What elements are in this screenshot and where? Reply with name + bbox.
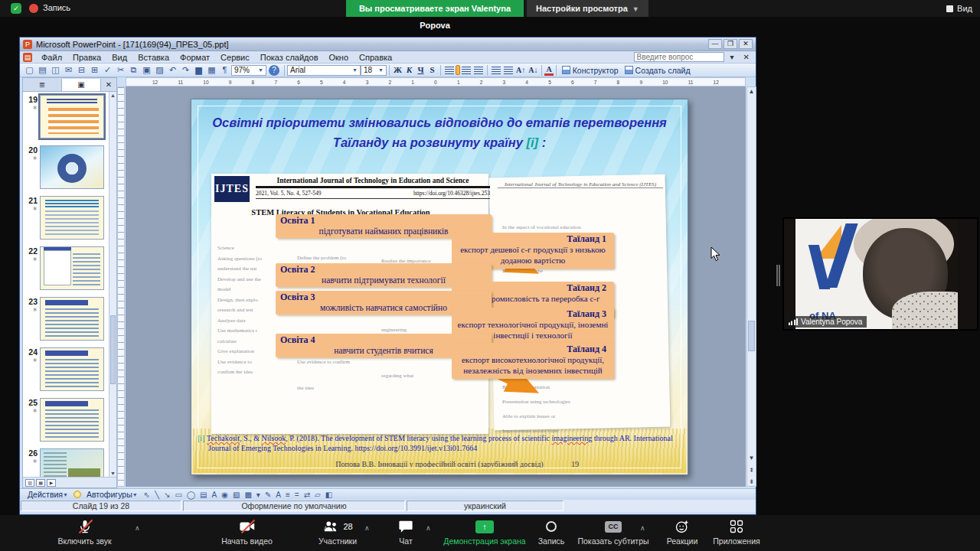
video-drag-handle[interactable] <box>776 265 780 286</box>
scrollbar-thumb[interactable] <box>748 321 755 351</box>
new-slide-button[interactable]: Создать слайд <box>622 64 694 77</box>
menu-item[interactable]: Показ слайдов <box>255 53 324 62</box>
line-color-icon[interactable]: ✎ <box>264 491 272 499</box>
previous-slide-icon[interactable]: ⇞ <box>747 467 756 474</box>
next-slide-icon[interactable]: ⇟ <box>747 478 756 485</box>
slide-preview[interactable] <box>40 398 104 442</box>
slide-preview[interactable] <box>40 196 104 240</box>
chat-button[interactable]: Чат <box>387 519 424 546</box>
text-box-icon[interactable]: ▤ <box>199 491 207 499</box>
editing-canvas[interactable]: Освітні пріоритети змінювались відповідн… <box>126 86 746 487</box>
zoom-select[interactable]: 97%▼ <box>231 65 266 76</box>
slide-preview[interactable] <box>40 145 104 189</box>
cut-icon[interactable]: ✂ <box>115 64 126 76</box>
slide-thumbnail[interactable]: 22∗ <box>24 246 116 290</box>
chart-icon[interactable]: ▆ <box>193 64 204 76</box>
font-color-button[interactable]: А <box>544 65 553 76</box>
slides-tab[interactable]: ▣ <box>62 79 101 91</box>
new-icon[interactable]: ▢ <box>24 64 35 76</box>
share-screen-button[interactable]: ↑ Демонстрация экрана <box>438 519 531 546</box>
underline-button[interactable]: Ч <box>415 64 426 76</box>
vertical-ruler[interactable] <box>117 86 125 487</box>
designer-button[interactable]: Конструктор <box>559 64 622 77</box>
record-button[interactable]: Запись <box>528 519 574 546</box>
slide-thumbnail[interactable]: 23∗ <box>24 297 116 341</box>
slide-preview[interactable] <box>40 448 104 477</box>
increase-font-button[interactable]: А↑ <box>514 66 527 74</box>
chevron-down-icon[interactable]: ▾ <box>727 53 737 61</box>
menu-item[interactable]: Правка <box>67 53 106 62</box>
close-panel-icon[interactable]: ✕ <box>101 80 116 89</box>
menu-item[interactable]: Окно <box>324 53 354 62</box>
align-right-button[interactable] <box>462 67 471 74</box>
undo-icon[interactable]: ↶ <box>167 64 178 76</box>
panel-scrollbar[interactable]: ▲ ▼ <box>109 92 116 477</box>
italic-button[interactable]: К <box>403 64 415 76</box>
close-document-icon[interactable]: ✕ <box>740 53 753 61</box>
canvas-scrollbar[interactable]: ▲ ▼ ⇞ ⇟ <box>746 86 756 487</box>
slide-title[interactable]: Освітні пріоритети змінювались відповідн… <box>208 113 671 152</box>
participants-options-chevron[interactable]: ∧ <box>364 524 370 532</box>
show-formatting-icon[interactable]: ¶ <box>219 64 230 76</box>
minimize-button[interactable]: — <box>708 39 722 49</box>
rectangle-icon[interactable]: ▭ <box>174 491 182 499</box>
slide-thumbnail[interactable]: 20∗ <box>24 145 116 189</box>
redo-icon[interactable]: ↷ <box>180 64 191 76</box>
scroll-down-icon[interactable]: ▼ <box>747 455 756 461</box>
shadow-button[interactable]: S <box>426 64 438 76</box>
oval-icon[interactable]: ◯ <box>186 491 196 499</box>
ask-question-input[interactable] <box>634 52 724 62</box>
slide-thumbnail[interactable]: 21∗ <box>24 196 116 240</box>
scroll-up-icon[interactable]: ▲ <box>109 93 116 98</box>
mail-icon[interactable]: ✉ <box>63 64 74 76</box>
fill-color-icon[interactable]: ▾ <box>256 491 261 499</box>
format-painter-icon[interactable]: ▨ <box>154 64 165 76</box>
actions-menu[interactable]: Действия▼ <box>24 488 71 500</box>
captions-button[interactable]: CC Показать субтитры <box>570 519 656 546</box>
paste-icon[interactable]: ▣ <box>141 64 152 76</box>
align-left-button[interactable] <box>445 67 454 74</box>
arrow-style-icon[interactable]: ⇄ <box>303 491 311 499</box>
line-icon[interactable]: ╲ <box>154 491 160 499</box>
scroll-down-icon[interactable]: ▼ <box>109 471 116 476</box>
apps-button[interactable]: Приложения <box>706 519 767 546</box>
align-justify-button[interactable] <box>474 67 483 74</box>
print-preview-icon[interactable]: ⊞ <box>89 64 100 76</box>
scrollbar-thumb[interactable] <box>110 315 116 384</box>
3d-style-icon[interactable]: ◧ <box>325 491 333 499</box>
align-center-button[interactable] <box>456 65 460 75</box>
wordart-icon[interactable]: А <box>211 491 218 499</box>
slide[interactable]: Освітні пріоритети змінювались відповідн… <box>191 99 688 475</box>
decrease-font-button[interactable]: А↓ <box>527 66 539 74</box>
unmute-button[interactable]: Включить звук <box>21 519 148 546</box>
picture-icon[interactable]: ▩ <box>243 491 252 499</box>
thailand-box[interactable]: Таїланд 4 експорт високотехнологічної пр… <box>452 343 614 379</box>
slide-thumbnail[interactable]: 19∗ <box>24 95 116 139</box>
close-button[interactable]: ✕ <box>739 39 753 49</box>
font-color-icon[interactable]: А <box>275 491 282 499</box>
captions-options-chevron[interactable]: ∧ <box>640 524 645 532</box>
slide-preview[interactable] <box>40 347 104 391</box>
scroll-up-icon[interactable]: ▲ <box>747 88 756 95</box>
slideshow-button[interactable]: ▶ <box>47 479 56 487</box>
shadow-style-icon[interactable]: ▱ <box>314 491 322 499</box>
font-name-select[interactable]: Arial▼ <box>287 65 361 76</box>
print-icon[interactable]: ⊟ <box>76 64 87 76</box>
restore-button[interactable]: ❐ <box>724 39 737 49</box>
numbered-list-button[interactable] <box>492 67 501 74</box>
menu-item[interactable]: Вид <box>106 53 132 62</box>
line-style-icon[interactable]: ≡ <box>285 491 291 499</box>
slide-sorter-button[interactable]: ▦ <box>36 479 45 487</box>
menu-item[interactable]: Сервис <box>215 53 255 62</box>
security-shield-icon[interactable]: ✓ <box>11 3 21 14</box>
normal-view-button[interactable]: ▥ <box>25 479 34 487</box>
slide-preview[interactable] <box>40 297 104 341</box>
table-icon[interactable]: ▦ <box>206 64 217 76</box>
help-icon[interactable]: ? <box>269 65 279 76</box>
clipart-icon[interactable]: ▧ <box>232 491 240 499</box>
save-icon[interactable]: ◫ <box>50 64 61 76</box>
view-button[interactable]: Вид <box>946 2 972 15</box>
participant-video[interactable]: of NA Valentyna Popova <box>782 217 978 331</box>
horizontal-ruler[interactable]: 1211109876543210123456789101112 <box>126 77 746 86</box>
slide-thumbnail[interactable]: 26∗ <box>24 448 116 477</box>
